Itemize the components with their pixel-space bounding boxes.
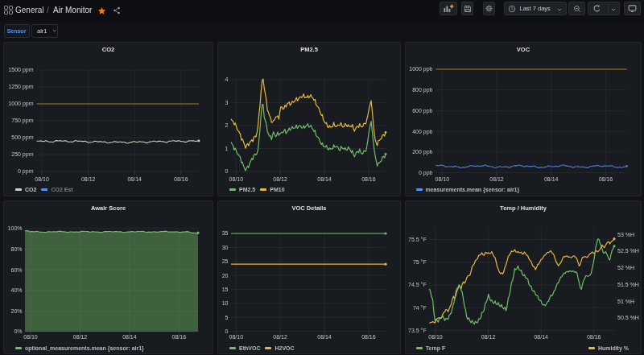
svg-text:08/16: 08/16 xyxy=(599,176,613,182)
svg-text:60%: 60% xyxy=(10,267,22,273)
svg-text:0: 0 xyxy=(225,168,229,174)
svg-text:20: 20 xyxy=(222,273,229,279)
svg-text:73.5 °F: 73.5 °F xyxy=(408,328,427,333)
svg-text:20%: 20% xyxy=(10,308,22,314)
svg-text:08/12: 08/12 xyxy=(273,176,287,182)
svg-text:08/10: 08/10 xyxy=(23,334,38,340)
svg-text:74 °F: 74 °F xyxy=(413,305,427,311)
svg-text:200 ppb: 200 ppb xyxy=(412,149,432,155)
svg-text:52 %H: 52 %H xyxy=(617,265,634,270)
svg-text:1500 ppm: 1500 ppm xyxy=(8,67,33,73)
svg-text:2: 2 xyxy=(225,122,229,128)
svg-text:08/16: 08/16 xyxy=(174,176,188,182)
svg-text:08/12: 08/12 xyxy=(73,334,88,340)
svg-text:1000 ppm: 1000 ppm xyxy=(8,101,33,107)
svg-text:500 ppm: 500 ppm xyxy=(11,134,33,141)
svg-text:10: 10 xyxy=(222,300,229,306)
svg-text:08/10: 08/10 xyxy=(436,176,450,182)
svg-text:30: 30 xyxy=(222,245,229,250)
svg-text:53 %H: 53 %H xyxy=(617,232,634,237)
svg-text:08/16: 08/16 xyxy=(172,334,187,340)
svg-text:100%: 100% xyxy=(8,225,23,231)
svg-text:0 ppb: 0 ppb xyxy=(419,170,433,176)
svg-text:0: 0 xyxy=(225,328,229,334)
svg-text:25: 25 xyxy=(222,258,229,264)
svg-text:40%: 40% xyxy=(10,287,22,293)
svg-text:15: 15 xyxy=(222,287,229,292)
svg-text:52.5 %H: 52.5 %H xyxy=(617,248,639,254)
svg-text:08/14: 08/14 xyxy=(122,334,137,340)
svg-text:75.5 °F: 75.5 °F xyxy=(408,237,427,242)
svg-text:08/16: 08/16 xyxy=(587,334,601,340)
svg-text:75 °F: 75 °F xyxy=(413,259,427,265)
svg-text:08/12: 08/12 xyxy=(273,334,287,340)
svg-text:50.5 %H: 50.5 %H xyxy=(617,315,639,320)
svg-text:08/14: 08/14 xyxy=(127,176,142,182)
svg-text:08/12: 08/12 xyxy=(81,176,96,182)
svg-text:08/10: 08/10 xyxy=(229,176,244,182)
svg-text:08/10: 08/10 xyxy=(229,334,244,340)
svg-text:51 %H: 51 %H xyxy=(617,299,634,304)
svg-text:400 ppb: 400 ppb xyxy=(412,129,432,135)
svg-text:1: 1 xyxy=(225,146,229,151)
svg-text:51.5 %H: 51.5 %H xyxy=(617,282,639,287)
svg-text:08/10: 08/10 xyxy=(428,334,443,340)
svg-text:3: 3 xyxy=(225,100,229,105)
svg-text:5: 5 xyxy=(225,315,229,320)
svg-text:1000 ppb: 1000 ppb xyxy=(409,66,432,72)
svg-text:08/14: 08/14 xyxy=(534,334,548,340)
svg-text:08/10: 08/10 xyxy=(35,176,49,182)
svg-text:08/14: 08/14 xyxy=(317,176,332,182)
svg-text:08/14: 08/14 xyxy=(544,176,559,182)
svg-text:74.5 °F: 74.5 °F xyxy=(408,282,427,287)
svg-text:600 ppb: 600 ppb xyxy=(412,108,432,114)
svg-text:800 ppb: 800 ppb xyxy=(412,87,432,93)
svg-text:250 ppm: 250 ppm xyxy=(11,151,33,158)
svg-text:08/16: 08/16 xyxy=(361,334,376,340)
svg-text:08/14: 08/14 xyxy=(317,334,332,340)
svg-text:4: 4 xyxy=(225,76,229,82)
svg-text:35: 35 xyxy=(222,230,229,236)
svg-text:0 ppm: 0 ppm xyxy=(18,168,34,175)
svg-text:80%: 80% xyxy=(10,246,22,252)
svg-text:0%: 0% xyxy=(14,328,22,334)
svg-text:750 ppm: 750 ppm xyxy=(11,118,33,124)
svg-text:08/12: 08/12 xyxy=(489,176,504,182)
svg-text:1250 ppm: 1250 ppm xyxy=(8,84,33,90)
svg-text:08/16: 08/16 xyxy=(361,176,376,182)
svg-text:08/12: 08/12 xyxy=(481,334,496,340)
